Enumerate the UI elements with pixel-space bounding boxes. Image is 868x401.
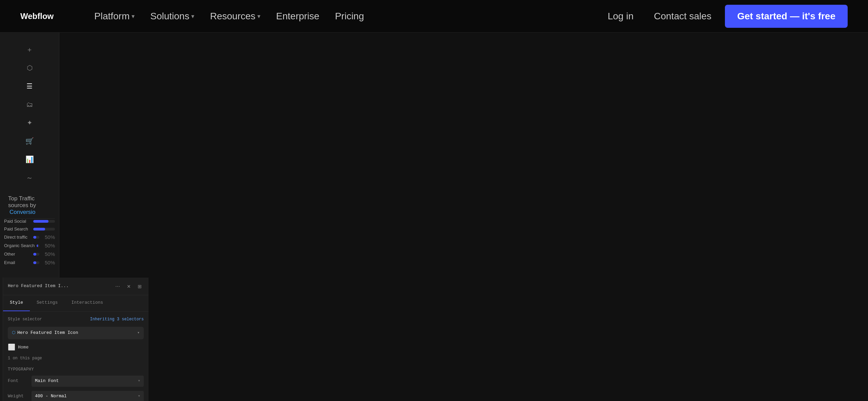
traffic-title: Top Traffic sources by Conversio (4, 193, 55, 219)
rp-options-button[interactable]: ⋯ (113, 282, 122, 290)
traffic-row: Paid Social (4, 219, 55, 224)
nav-solutions[interactable]: Solutions ▾ (144, 7, 200, 25)
traffic-rows: Paid Social Paid Search Direct traffic 5… (4, 219, 55, 265)
typography-label: Typography (8, 366, 144, 373)
svg-text:Webflow: Webflow (20, 12, 54, 21)
log-in-button[interactable]: Log in (601, 7, 640, 25)
code-panel: W ✏ Design ▾ ↩ ⇄ ▶ 📄 Home ▾ 🖥 (0, 275, 59, 401)
tab-style[interactable]: Style (3, 295, 30, 311)
interactions-icon[interactable]: ～ (22, 170, 37, 185)
on-page-count: 1 on this page (8, 355, 144, 362)
traffic-panel: Top Traffic sources by Conversio Paid So… (0, 189, 59, 272)
font-selector[interactable]: Main Font ▾ (32, 376, 144, 387)
right-panel-tabs: Style Settings Interactions (3, 295, 149, 312)
rp-pin-button[interactable]: ⊞ (136, 282, 144, 290)
chevron-down-icon: ▾ (138, 393, 140, 400)
chevron-down-icon: ▾ (257, 13, 260, 20)
cms-icon[interactable]: ✦ (22, 115, 37, 130)
home-context: ⬜ Home (8, 343, 144, 353)
home-icon: ⬜ (8, 343, 15, 353)
traffic-row: Organic Search 50% (4, 243, 55, 248)
webflow-logo[interactable]: Webflow (20, 11, 68, 22)
style-selector-row: Style selector Inheriting 3 selectors (8, 316, 144, 323)
selected-element-badge: ⬡ Hero Featured Item Icon ▾ (8, 327, 144, 339)
rp-close-button[interactable]: ✕ (125, 282, 133, 290)
analytics-icon[interactable]: 📊 (22, 152, 37, 167)
navigator-icon[interactable]: ☰ (22, 79, 37, 94)
chevron-down-icon: ▾ (132, 13, 135, 20)
selected-element-label: Hero Featured Item I... (8, 283, 111, 290)
nav-right-actions: Log in Contact sales Get started — it's … (601, 5, 848, 28)
traffic-row: Email 50% (4, 260, 55, 265)
tab-interactions[interactable]: Interactions (64, 295, 110, 311)
chevron-down-icon: ▾ (191, 13, 194, 20)
chevron-down-icon: ▾ (138, 378, 140, 385)
traffic-row: Paid Search (4, 226, 55, 232)
nav-resources[interactable]: Resources ▾ (204, 7, 267, 25)
nav-pricing[interactable]: Pricing (329, 7, 370, 25)
weight-row: Weight 400 - Normal ▾ (8, 391, 144, 401)
add-icon[interactable]: ＋ (22, 42, 37, 57)
ecommerce-icon[interactable]: 🛒 (22, 134, 37, 148)
right-panel-body: Style selector Inheriting 3 selectors ⬡ … (3, 312, 149, 401)
traffic-row: Direct traffic 50% (4, 234, 55, 240)
main-area: ＋ ⬡ ☰ 🗂 ✦ 🛒 📊 ～ Top Traffic sources by C… (0, 33, 868, 401)
nav-links: Platform ▾ Solutions ▾ Resources ▾ Enter… (88, 7, 601, 25)
selector-value[interactable]: Inheriting 3 selectors (90, 316, 144, 323)
right-panel-header: Hero Featured Item I... ⋯ ✕ ⊞ (3, 278, 149, 295)
nav-enterprise[interactable]: Enterprise (270, 7, 326, 25)
nav-platform[interactable]: Platform ▾ (88, 7, 141, 25)
font-row: Font Main Font ▾ (8, 376, 144, 387)
element-icon: ⬡ (12, 330, 15, 336)
chevron-down-icon: ▾ (137, 330, 140, 336)
right-panel: Hero Featured Item I... ⋯ ✕ ⊞ Style Sett… (3, 278, 149, 401)
get-started-button[interactable]: Get started — it's free (725, 5, 848, 28)
traffic-row: Other 50% (4, 251, 55, 257)
pages-icon[interactable]: ⬡ (22, 60, 37, 75)
left-toolbar: ＋ ⬡ ☰ 🗂 ✦ 🛒 📊 ～ Top Traffic sources by C… (0, 33, 59, 401)
assets-icon[interactable]: 🗂 (22, 97, 37, 112)
contact-sales-button[interactable]: Contact sales (647, 7, 718, 25)
top-navigation: Webflow Platform ▾ Solutions ▾ Resources… (0, 0, 868, 33)
tab-settings[interactable]: Settings (30, 295, 64, 311)
selected-element-name: Hero Featured Item Icon (17, 329, 78, 337)
weight-selector[interactable]: 400 - Normal ▾ (32, 391, 144, 401)
